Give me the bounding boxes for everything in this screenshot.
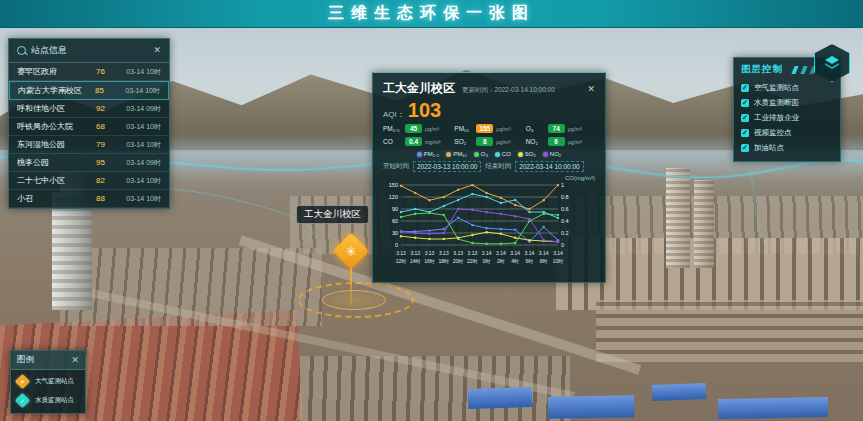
- checkbox-checked-icon[interactable]: ✓: [741, 99, 749, 107]
- pollutant-cell: PM₂.₅45μg/m³: [383, 124, 452, 133]
- station-update-time: 03-14 10时: [108, 86, 160, 96]
- station-name: 桃李公园: [17, 157, 83, 168]
- station-row[interactable]: 呼和佳地小区9203-14 09时: [9, 100, 169, 118]
- svg-text:20时: 20时: [453, 258, 464, 264]
- close-icon[interactable]: ✕: [71, 356, 79, 365]
- svg-text:22时: 22时: [467, 258, 478, 264]
- legend-label: CO: [502, 151, 511, 157]
- station-name: 赛罕区政府: [17, 66, 83, 77]
- layer-item[interactable]: ✓空气监测站点: [741, 80, 833, 95]
- layer-label: 工业排放企业: [754, 113, 799, 123]
- pollutant-label: SO₂: [454, 138, 473, 145]
- legend-item[interactable]: O₃: [474, 151, 488, 157]
- station-name: 呼和佳地小区: [17, 103, 83, 114]
- legend-label: NO₂: [550, 151, 561, 157]
- svg-text:14时: 14时: [410, 258, 421, 264]
- station-update-time: 03-14 10时: [109, 176, 161, 186]
- legend-glyph: ✦: [20, 378, 25, 385]
- svg-text:3.13: 3.13: [439, 250, 449, 256]
- svg-text:60: 60: [392, 218, 398, 224]
- station-update-time: 03-14 10时: [109, 67, 161, 77]
- pollutant-cell: PM₁₀155μg/m³: [454, 124, 523, 133]
- svg-text:3.13: 3.13: [410, 250, 420, 256]
- station-row[interactable]: 桃李公园9503-14 09时: [9, 154, 169, 172]
- checkbox-checked-icon[interactable]: ✓: [741, 84, 749, 92]
- station-aqi-value: 95: [87, 158, 105, 167]
- svg-text:3.13: 3.13: [396, 250, 406, 256]
- pollutant-unit: μg/m³: [568, 139, 582, 145]
- svg-text:30: 30: [392, 230, 398, 236]
- station-row[interactable]: 二十七中小区8203-14 10时: [9, 172, 169, 190]
- search-icon: [17, 46, 26, 55]
- station-row[interactable]: 小召8803-14 10时: [9, 190, 169, 208]
- legend-item[interactable]: SO₂: [518, 151, 536, 157]
- close-icon[interactable]: ✕: [587, 85, 595, 94]
- svg-text:3.14: 3.14: [496, 250, 506, 256]
- close-icon[interactable]: ✕: [153, 46, 161, 55]
- pollutant-cell: NO₂6μg/m³: [526, 137, 595, 146]
- svg-text:3.13: 3.13: [467, 250, 477, 256]
- stripe-decoration: [800, 66, 807, 74]
- pollutant-unit: mg/m³: [425, 139, 441, 145]
- svg-text:3.14: 3.14: [510, 250, 520, 256]
- end-time-label: 结束时间: [485, 162, 511, 171]
- station-row[interactable]: 呼铁局办公大院6803-14 10时: [9, 118, 169, 136]
- start-time-input[interactable]: 2022-03-13 10:00:00: [413, 161, 481, 172]
- layer-item[interactable]: ✓视频监控点: [741, 125, 833, 140]
- svg-text:8时: 8时: [540, 258, 548, 264]
- layer-item[interactable]: ✓水质监测断面: [741, 95, 833, 110]
- legend-label: SO₂: [525, 151, 536, 157]
- legend-item[interactable]: PM₂.₅: [417, 151, 439, 157]
- blue-warehouse: [652, 383, 707, 401]
- layer-item[interactable]: ✓工业排放企业: [741, 110, 833, 125]
- layer-label: 视频监控点: [754, 128, 792, 138]
- page-title: 三维生态环保一张图: [328, 3, 535, 24]
- legend-list: ✦大气监测站点✓水质监测站点: [11, 370, 85, 408]
- aqi-label: AQI：: [383, 109, 405, 120]
- city-blocks: [596, 300, 863, 362]
- station-update-time: 03-14 10时: [109, 194, 161, 204]
- checkbox-checked-icon[interactable]: ✓: [741, 114, 749, 122]
- legend-label: O₃: [481, 151, 488, 157]
- pollutant-label: O₃: [526, 125, 545, 132]
- checkbox-checked-icon[interactable]: ✓: [741, 129, 749, 137]
- legend-entry-label: 大气监测站点: [35, 377, 74, 386]
- svg-text:0.8: 0.8: [561, 194, 569, 200]
- station-row[interactable]: 赛罕区政府7603-14 10时: [9, 63, 169, 81]
- svg-text:3.13: 3.13: [425, 250, 435, 256]
- blue-warehouse: [468, 387, 533, 409]
- station-name: 内蒙古大学南校区: [18, 85, 82, 96]
- pollutant-label: PM₂.₅: [383, 125, 402, 132]
- station-row[interactable]: 内蒙古大学南校区8503-14 10时: [9, 81, 169, 100]
- pollutant-trend-chart: 15011200.8900.6600.4300.2003.1312时3.1314…: [383, 181, 575, 273]
- aqi-value: 103: [408, 100, 441, 120]
- station-aqi-value: 68: [87, 122, 105, 131]
- marker-stem: [350, 264, 352, 306]
- pollutant-value-badge: 155: [476, 124, 493, 133]
- end-time-input[interactable]: 2022-03-14 10:00:00: [515, 161, 583, 172]
- svg-text:150: 150: [389, 182, 398, 188]
- station-panel-title: 站点信息: [31, 44, 148, 57]
- station-aqi-value: 79: [87, 140, 105, 149]
- svg-text:1: 1: [561, 182, 564, 188]
- svg-text:0.4: 0.4: [561, 218, 569, 224]
- legend-item[interactable]: PM₁₀: [446, 151, 467, 157]
- station-row[interactable]: 东河湿地公园7903-14 10时: [9, 136, 169, 154]
- legend-item[interactable]: NO₂: [543, 151, 561, 157]
- station-name: 二十七中小区: [17, 175, 83, 186]
- svg-text:12时: 12时: [396, 258, 407, 264]
- station-name: 呼铁局办公大院: [17, 121, 83, 132]
- legend-panel: 图例 ✕ ✦大气监测站点✓水质监测站点: [10, 350, 86, 414]
- checkbox-checked-icon[interactable]: ✓: [741, 144, 749, 152]
- marker-halo-inner: [322, 290, 386, 310]
- station-map-label[interactable]: 工大金川校区: [296, 205, 369, 224]
- legend-entry: ✓水质监测站点: [11, 389, 85, 408]
- layer-item[interactable]: ✓加油站点: [741, 140, 833, 155]
- layers-icon: [823, 54, 841, 72]
- svg-text:0: 0: [561, 242, 564, 248]
- station-marker-icon: ✳: [346, 244, 357, 259]
- station-aqi-value: 92: [87, 104, 105, 113]
- pollutant-value-badge: 6: [548, 137, 565, 146]
- station-panel-header: 站点信息 ✕: [9, 39, 169, 63]
- legend-item[interactable]: CO: [495, 151, 511, 157]
